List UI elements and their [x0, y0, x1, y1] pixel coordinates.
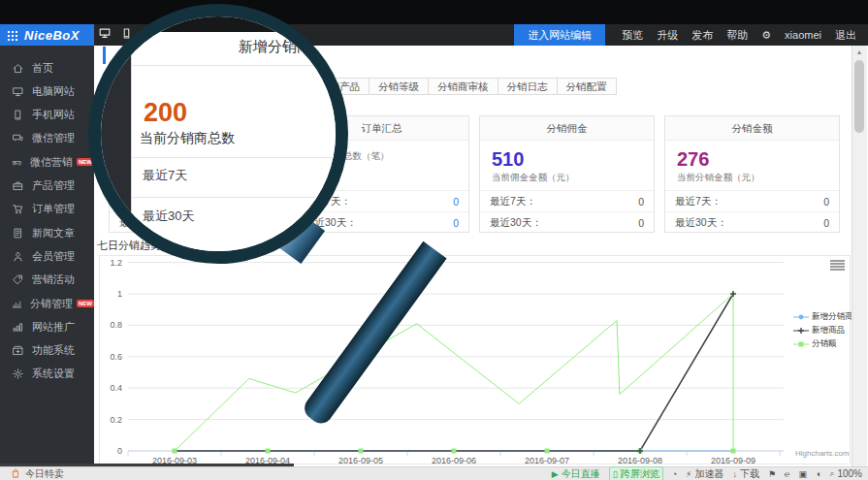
scrollbar-up-arrow[interactable]: ▲	[852, 46, 867, 58]
card-value: 510	[492, 148, 654, 170]
logo-text: NiceBoX	[24, 28, 80, 43]
sidebar-item-mobile-site[interactable]: 手机网站	[0, 104, 94, 127]
sidebar-item-home[interactable]: 首页	[0, 56, 94, 80]
wechat-marketing-icon	[12, 156, 22, 169]
tab-underline	[568, 94, 594, 95]
magnified-card-sublabel: 当前分销商总数	[140, 130, 235, 147]
sidebar-item-system-settings[interactable]: 系统设置	[0, 363, 94, 386]
product-manage-icon	[12, 179, 24, 192]
help-button[interactable]: 帮助	[720, 28, 755, 43]
scrollbar-thumb[interactable]	[854, 60, 864, 133]
highcharts-credit[interactable]: Highcharts.com	[795, 449, 850, 458]
status-speaker[interactable]: ◖	[816, 469, 820, 479]
distribution-tabs: 分销产品分销等级分销商审核分销日志分销配置	[310, 78, 617, 95]
sidebar-item-wechat-marketing[interactable]: 微信营销NEW	[0, 150, 94, 174]
sidebar-item-wechat-manage[interactable]: 微信管理	[0, 127, 94, 150]
sidebar-item-order-manage[interactable]: 订单管理	[0, 198, 94, 221]
status-speedup[interactable]: ⚡加速器	[686, 467, 723, 480]
card-row: 最近7天：0	[480, 190, 654, 211]
card-sublabel: 当前佣金金额（元）	[492, 172, 654, 184]
tab-3[interactable]: 分销日志	[498, 78, 558, 95]
card-row: 最近7天：0	[665, 190, 839, 211]
svg-text:0: 0	[117, 446, 122, 456]
divider	[131, 197, 340, 198]
status-phone[interactable]: ▯跨屏浏览	[609, 466, 663, 480]
status-right-items: ▶今日直播▯跨屏浏览◔⚡加速器↓下载⚑℮▣◖⌕100%	[552, 466, 862, 480]
sidebar-item-desktop-site[interactable]: 电脑网站	[0, 80, 94, 103]
sidebar-item-distribution-manage[interactable]: 分销管理NEW	[0, 292, 94, 315]
svg-text:2016-09-05: 2016-09-05	[338, 456, 383, 464]
tab-4[interactable]: 分销配置	[557, 78, 617, 95]
stat-card-3: 分销金额276当前分销金额（元）最近7天：0最近30天：0	[664, 115, 840, 233]
svg-text:2016-09-07: 2016-09-07	[525, 456, 569, 464]
tab-2[interactable]: 分销商审核	[428, 78, 498, 95]
legend-item-0[interactable]: 新增分销商	[793, 311, 853, 323]
sidebar-item-marketing-activity[interactable]: 营销活动	[0, 269, 94, 292]
svg-text:2016-09-09: 2016-09-09	[711, 456, 755, 464]
desktop-site-icon	[12, 85, 24, 98]
username[interactable]: xiaomei	[778, 29, 828, 41]
sidebar-item-news-article[interactable]: 新闻文章	[0, 221, 94, 244]
status-download[interactable]: ↓下载	[732, 467, 759, 480]
legend-marker	[793, 313, 809, 321]
zoom-level: ⌕	[829, 468, 834, 479]
card-title: 分销金额	[665, 116, 839, 141]
status-play[interactable]: ▶今日直播	[552, 467, 600, 480]
today-sale-item[interactable]: 今日特卖	[10, 467, 64, 480]
desktop-site-icon	[98, 26, 112, 40]
today-sale-label: 今日特卖	[25, 467, 64, 480]
new-badge: NEW	[77, 300, 94, 307]
card-title: 分销佣金	[480, 116, 654, 141]
member-manage-icon	[12, 250, 24, 263]
sidebar: 首页电脑网站手机网站微信管理微信营销NEW产品管理订单管理新闻文章会员管理营销活…	[0, 46, 94, 466]
download-icon: ↓	[732, 469, 737, 479]
content-accent-bar	[103, 47, 106, 64]
magnified-row-7days: 最近7天	[143, 167, 187, 184]
system-settings-icon	[12, 368, 24, 380]
window-icon: ▣	[798, 469, 807, 479]
legend-marker	[793, 327, 809, 335]
chart-menu-icon[interactable]	[830, 260, 845, 271]
status-browser[interactable]: ℮	[785, 469, 789, 479]
publish-button[interactable]: 发布	[685, 28, 720, 43]
app-window: NiceBoX 进入网站编辑 预览 升级 发布 帮助 ⚙ xiaomei 退出 …	[0, 0, 868, 480]
bag-icon	[10, 467, 21, 480]
divider	[131, 157, 340, 158]
gear-icon[interactable]: ⚙	[755, 29, 778, 42]
function-system-icon	[12, 344, 24, 357]
legend-item-2[interactable]: 分销额	[793, 338, 853, 350]
svg-text:1.2: 1.2	[110, 258, 122, 268]
wechat-manage-icon	[12, 132, 24, 144]
status-zoom-level[interactable]: ⌕100%	[829, 468, 862, 479]
bag-icon	[10, 467, 21, 479]
sidebar-item-function-system[interactable]: 功能系统	[0, 339, 94, 363]
card-sublabel: 当前分销金额（元）	[677, 172, 839, 184]
legend-item-1[interactable]: 新增商品	[793, 325, 853, 336]
svg-text:1: 1	[117, 289, 122, 299]
magnified-card-value: 200	[144, 98, 187, 128]
upgrade-button[interactable]: 升级	[650, 28, 685, 43]
status-window[interactable]: ▣	[798, 469, 807, 479]
enter-site-edit-button[interactable]: 进入网站编辑	[514, 24, 605, 46]
preview-button[interactable]: 预览	[615, 28, 650, 43]
status-flag[interactable]: ⚑	[768, 469, 776, 479]
logout-button[interactable]: 退出	[828, 28, 863, 43]
desktop-view-icon[interactable]	[98, 26, 112, 44]
home-icon	[12, 62, 24, 75]
svg-text:0.2: 0.2	[110, 415, 122, 425]
speedup-icon: ⚡	[686, 469, 691, 479]
topbar-menu: 进入网站编辑 预览 升级 发布 帮助 ⚙ xiaomei 退出	[514, 24, 863, 46]
speaker-icon: ◖	[816, 469, 820, 479]
flag-icon: ⚑	[768, 469, 776, 479]
tab-1[interactable]: 分销等级	[369, 78, 429, 95]
svg-text:2016-09-08: 2016-09-08	[618, 456, 662, 464]
grid-icon	[7, 30, 17, 41]
magnified-row-30days: 最近30天	[143, 208, 194, 225]
play-icon: ▶	[552, 469, 559, 479]
status-gauge[interactable]: ◔	[672, 469, 677, 479]
sidebar-item-site-promotion[interactable]: 网站推广	[0, 315, 94, 338]
svg-text:2016-09-06: 2016-09-06	[432, 456, 476, 464]
logo[interactable]: NiceBoX	[0, 24, 94, 46]
sidebar-item-product-manage[interactable]: 产品管理	[0, 175, 94, 198]
sidebar-item-member-manage[interactable]: 会员管理	[0, 244, 94, 268]
